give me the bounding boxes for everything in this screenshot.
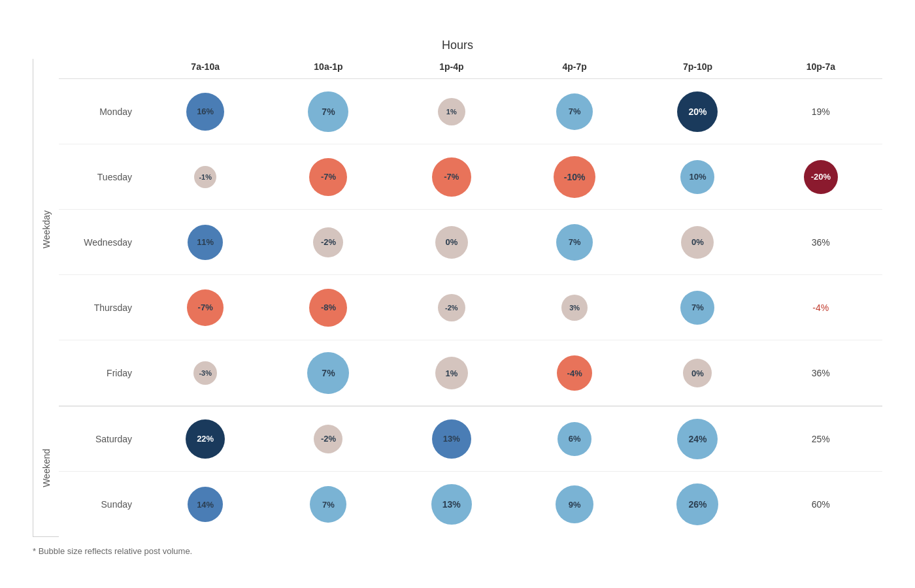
bubble-cell: 7% bbox=[513, 93, 636, 130]
bubble-cell: 19% bbox=[759, 106, 882, 117]
y-label-weekend: Weekend bbox=[33, 400, 59, 537]
bubble-cell: 36% bbox=[759, 368, 882, 378]
bubble-cell: 7% bbox=[267, 486, 390, 523]
row-label: Wednesday bbox=[59, 237, 144, 248]
bubble: 7% bbox=[680, 291, 714, 325]
bubble: 1% bbox=[435, 357, 468, 389]
bubble: 10% bbox=[680, 160, 714, 194]
bubble-cell: 14% bbox=[144, 487, 267, 522]
value-text: -4% bbox=[812, 302, 829, 313]
bubble: -2% bbox=[314, 425, 342, 453]
bubble: -7% bbox=[309, 158, 347, 196]
bubble-cell: 60% bbox=[759, 499, 882, 510]
bubble-cell: -4% bbox=[513, 355, 636, 391]
bubble: 0% bbox=[681, 226, 714, 259]
bubble-cell: 7% bbox=[513, 224, 636, 261]
row-label: Thursday bbox=[59, 302, 144, 313]
column-header: 4p-7p bbox=[513, 59, 636, 74]
bubble-cell: -2% bbox=[267, 425, 390, 453]
bubble-cell: -8% bbox=[267, 289, 390, 327]
table-row: Sunday14%7%13%9%26%60% bbox=[59, 472, 882, 537]
bubble-cell: 0% bbox=[636, 359, 759, 387]
bubble: 3% bbox=[561, 295, 588, 321]
bubble-cell: 25% bbox=[759, 434, 882, 444]
bubble: 7% bbox=[556, 93, 593, 130]
bubble-cell: -2% bbox=[267, 227, 390, 257]
bubble: -7% bbox=[187, 289, 224, 326]
bubble-cell: -3% bbox=[144, 361, 267, 385]
grid-wrapper: Weekday Weekend 7a-10a10a-1p1p-4p4p-7p7p… bbox=[33, 59, 882, 537]
bubble-cell: 1% bbox=[390, 357, 513, 389]
bubble: 1% bbox=[438, 98, 465, 125]
row-label: Friday bbox=[59, 368, 144, 378]
bubble-cell: 1% bbox=[390, 98, 513, 125]
bubble: 7% bbox=[307, 352, 349, 394]
column-header: 1p-4p bbox=[390, 59, 513, 74]
table-row: Monday16%7%1%7%20%19% bbox=[59, 79, 882, 144]
bubble: -10% bbox=[554, 156, 595, 198]
bubble: -2% bbox=[313, 227, 343, 257]
value-text: 36% bbox=[812, 368, 830, 378]
value-text: 36% bbox=[812, 237, 830, 248]
chart-title: Hours bbox=[33, 39, 882, 52]
bubble: 0% bbox=[683, 359, 712, 387]
bubble-cell: 11% bbox=[144, 225, 267, 260]
bubble: 7% bbox=[308, 91, 348, 132]
row-label: Monday bbox=[59, 106, 144, 117]
y-axis-labels: Weekday Weekend bbox=[33, 59, 59, 537]
bubble-cell: -7% bbox=[390, 157, 513, 197]
column-header: 10a-1p bbox=[267, 59, 390, 74]
weekday-section: Monday16%7%1%7%20%19%Tuesday-1%-7%-7%-10… bbox=[59, 79, 882, 406]
bubble: -3% bbox=[193, 361, 217, 385]
bubble: 14% bbox=[188, 487, 223, 522]
column-header: 7a-10a bbox=[144, 59, 267, 74]
row-label: Saturday bbox=[59, 434, 144, 444]
bubble-cell: 7% bbox=[267, 352, 390, 394]
bubble: 16% bbox=[186, 93, 224, 131]
row-label: Tuesday bbox=[59, 172, 144, 182]
value-text: 19% bbox=[812, 106, 830, 117]
table-row: Thursday-7%-8%-2%3%7%-4% bbox=[59, 275, 882, 340]
bubble: 22% bbox=[186, 419, 225, 459]
column-header: 10p-7a bbox=[759, 59, 882, 74]
bubble-cell: -2% bbox=[390, 294, 513, 321]
bubble-cell: 36% bbox=[759, 237, 882, 248]
row-label: Sunday bbox=[59, 499, 144, 510]
bubble: 6% bbox=[557, 422, 591, 456]
table-row: Wednesday11%-2%0%7%0%36% bbox=[59, 210, 882, 275]
bubble: 13% bbox=[432, 419, 471, 459]
bubble: 20% bbox=[677, 91, 718, 132]
bubble-cell: 9% bbox=[513, 485, 636, 523]
chart-container: Hours Weekday Weekend 7a-10a10a-1p1p-4p4… bbox=[20, 25, 895, 563]
bubble-cell: 26% bbox=[636, 483, 759, 525]
bubble-cell: 0% bbox=[636, 226, 759, 259]
bubble: 13% bbox=[431, 484, 472, 525]
table-area: 7a-10a10a-1p1p-4p4p-7p7p-10p10p-7a Monda… bbox=[59, 59, 882, 537]
bubble-cell: 7% bbox=[267, 91, 390, 132]
bubble: 9% bbox=[556, 485, 593, 523]
bubble-cell: 13% bbox=[390, 419, 513, 459]
bubble-cell: -20% bbox=[759, 160, 882, 194]
bubble-cell: 3% bbox=[513, 295, 636, 321]
bubble: 11% bbox=[188, 225, 223, 260]
bubble: 24% bbox=[677, 419, 718, 459]
bubble: 7% bbox=[556, 224, 593, 261]
value-text: 60% bbox=[812, 499, 830, 510]
bubble-cell: -7% bbox=[267, 158, 390, 196]
bubble: -20% bbox=[804, 160, 838, 194]
bubble: -1% bbox=[194, 166, 216, 188]
bubble: -2% bbox=[438, 294, 465, 321]
bubble: -4% bbox=[557, 355, 592, 391]
value-text: 25% bbox=[812, 434, 830, 444]
column-header: 7p-10p bbox=[636, 59, 759, 74]
bubble-cell: 6% bbox=[513, 422, 636, 456]
bubble-cell: -10% bbox=[513, 156, 636, 198]
bubble-cell: 16% bbox=[144, 93, 267, 131]
bubble-cell: 0% bbox=[390, 226, 513, 259]
bubble: 26% bbox=[676, 483, 718, 525]
y-label-weekday: Weekday bbox=[33, 59, 59, 400]
bubble-cell: -4% bbox=[759, 302, 882, 313]
bubble-cell: 20% bbox=[636, 91, 759, 132]
header-empty bbox=[59, 59, 144, 74]
bubble-cell: 10% bbox=[636, 160, 759, 194]
